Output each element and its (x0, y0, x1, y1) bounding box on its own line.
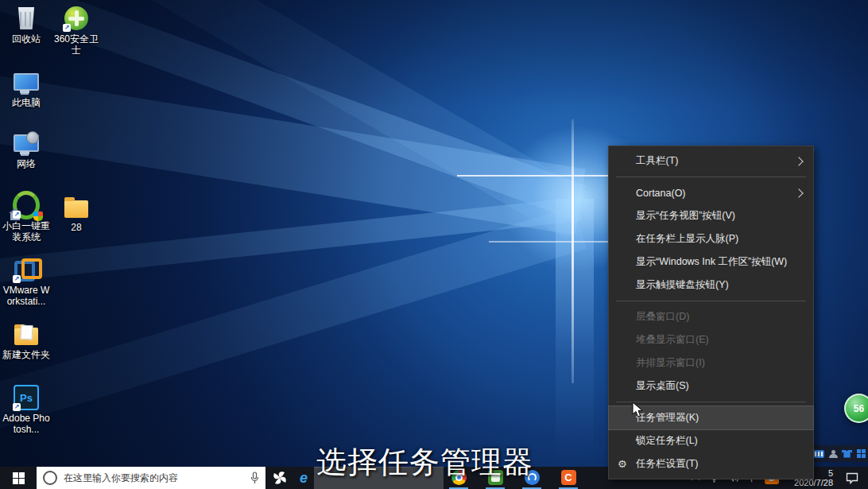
desktop-icon-label: 新建文件夹 (2, 349, 50, 360)
desktop-icon-label: 网络 (2, 158, 50, 169)
desktop-icon-label: 360安全卫士 (52, 33, 100, 56)
subtitle-caption: 选择任务管理器 (316, 442, 533, 483)
menu-separator (616, 402, 806, 402)
shortcut-arrow-icon: ↗ (13, 211, 21, 219)
speedup-ball[interactable]: 56 (844, 394, 868, 423)
menu-item-people-on-taskbar[interactable]: 在任务栏上显示人脉(P) (609, 227, 813, 250)
keyboard-icon[interactable] (813, 450, 824, 458)
microphone-icon[interactable] (250, 472, 259, 484)
desktop-icon-label: 28 (52, 222, 100, 233)
menu-item-lock-taskbar[interactable]: 锁定任务栏(L) (609, 429, 813, 452)
folder-icon (64, 200, 88, 218)
desktop-icon-folder-28[interactable]: 28 (52, 193, 100, 233)
menu-separator (616, 177, 806, 177)
menu-item-cortana[interactable]: Cortana(O) (609, 181, 813, 204)
menu-item-label: 显示桌面(S) (636, 379, 689, 393)
desktop-icon-label: Adobe Photosh... (2, 413, 50, 435)
desktop-icon-360-safety[interactable]: ↗ 360安全卫士 (52, 5, 100, 56)
camtasia-c-icon: C (561, 470, 576, 485)
taskbar-context-menu: 工具栏(T) Cortana(O) 显示“任务视图”按钮(V) 在任务栏上显示人… (608, 146, 814, 479)
skin-icon[interactable] (842, 450, 852, 458)
desktop-icon-label: 此电脑 (2, 97, 50, 108)
menu-item-task-view-button[interactable]: 显示“任务视图”按钮(V) (609, 204, 813, 227)
desktop-icon-photoshop[interactable]: Ps ↗ Adobe Photosh... (2, 384, 50, 435)
shortcut-arrow-icon: ↗ (13, 275, 21, 283)
menu-item-cascade-windows: 层叠窗口(D) (609, 305, 813, 328)
menu-item-label: 工具栏(T) (636, 154, 678, 168)
action-center-button[interactable] (841, 472, 863, 484)
chevron-right-icon (794, 157, 803, 165)
windows-logo-icon (13, 472, 25, 484)
menu-separator (616, 301, 806, 301)
speedup-percent: 56 (854, 403, 864, 414)
menu-item-label: 任务栏设置(T) (636, 457, 698, 471)
menu-item-label: 显示“Windows Ink 工作区”按钮(W) (636, 255, 787, 269)
notification-bubble-icon (846, 472, 858, 484)
desktop-icon-network[interactable]: 网络 (2, 130, 50, 169)
shortcut-arrow-icon: ↗ (63, 24, 71, 32)
menu-item-show-desktop[interactable]: 显示桌面(S) (609, 375, 813, 398)
menu-item-side-by-side-windows: 并排显示窗口(I) (609, 351, 813, 375)
menu-item-label: 锁定任务栏(L) (636, 434, 698, 448)
windows-shield-icon (33, 212, 43, 221)
gear-icon: ⚙ (618, 458, 627, 470)
shortcut-arrow-icon: ↗ (13, 403, 21, 411)
menu-item-label: 堆叠显示窗口(E) (636, 333, 709, 347)
start-button[interactable] (0, 467, 37, 489)
recycle-bin-icon (17, 7, 36, 29)
menu-item-toolbars[interactable]: 工具栏(T) (609, 149, 813, 173)
desktop-icon-recycle-bin[interactable]: 回收站 (2, 5, 50, 45)
computer-icon (14, 73, 39, 91)
orange-c-app-button[interactable]: C (559, 467, 578, 489)
desktop-icon-new-folder[interactable]: 新建文件夹 (2, 320, 50, 360)
search-placeholder: 在这里输入你要搜索的内容 (64, 472, 250, 485)
desktop-icon-xiaobai-reinstall[interactable]: ↗ 小白一键重装系统 (2, 192, 50, 243)
toolbox-grid-icon[interactable] (857, 449, 866, 458)
menu-item-label: 显示触摸键盘按钮(Y) (636, 278, 729, 292)
menu-item-windows-ink-button[interactable]: 显示“Windows Ink 工作区”按钮(W) (609, 250, 813, 274)
desktop-icon-this-pc[interactable]: 此电脑 (2, 68, 50, 108)
desktop-icon-label: VMware Workstati... (2, 285, 50, 307)
chevron-right-icon (794, 188, 803, 197)
menu-item-label: 在任务栏上显示人脉(P) (636, 232, 738, 246)
globe-icon (26, 131, 39, 144)
menu-item-stacked-windows: 堆叠显示窗口(E) (609, 328, 813, 351)
account-icon[interactable] (829, 450, 837, 458)
mouse-cursor (632, 402, 643, 421)
menu-item-label: 任务管理器(K) (636, 411, 699, 425)
cortana-circle-icon (43, 471, 57, 485)
menu-item-touch-keyboard-button[interactable]: 显示触摸键盘按钮(Y) (609, 274, 813, 297)
desktop-icon-label: 回收站 (2, 33, 50, 45)
menu-item-label: Cortana(O) (636, 188, 686, 199)
desktop-icon-vmware[interactable]: ↗ VMware Workstati... (2, 256, 50, 307)
network-icon (14, 134, 39, 152)
menu-item-label: 层叠窗口(D) (636, 310, 689, 324)
search-input[interactable]: 在这里输入你要搜索的内容 (37, 467, 265, 489)
ie-browser-button[interactable]: e (294, 467, 313, 489)
menu-item-label: 显示“任务视图”按钮(V) (636, 209, 735, 223)
desktop-icon-label: 小白一键重装系统 (2, 220, 50, 243)
360-browser-button[interactable] (265, 467, 294, 489)
menu-item-label: 并排显示窗口(I) (636, 356, 705, 370)
folder-icon (14, 328, 38, 345)
ie-e-icon: e (300, 470, 308, 487)
pinwheel-icon (272, 470, 288, 486)
ime-language-bar[interactable] (811, 445, 868, 462)
menu-item-taskbar-settings[interactable]: ⚙ 任务栏设置(T) (609, 452, 813, 475)
